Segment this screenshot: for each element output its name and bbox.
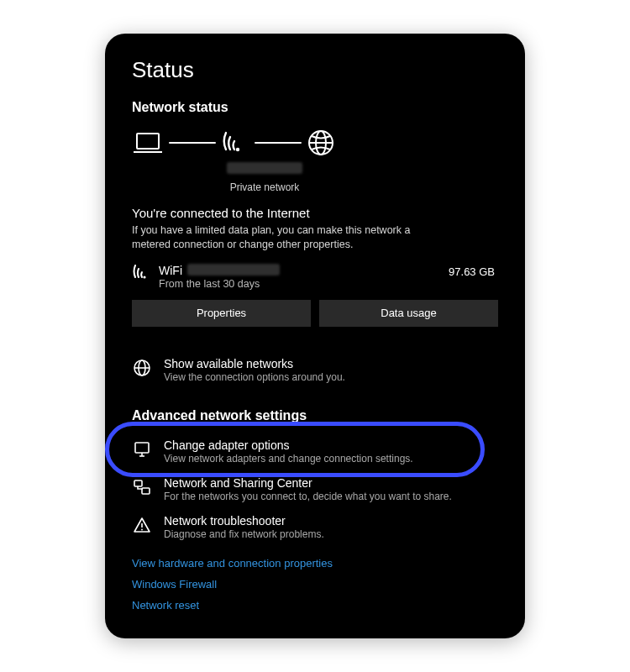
link-network-reset[interactable]: Network reset [132, 599, 498, 612]
network-type-label: Private network [230, 181, 300, 193]
network-name-redacted [227, 162, 302, 174]
wifi-icon [132, 264, 152, 281]
connection-kind: WiFi [159, 264, 182, 277]
svg-rect-10 [135, 443, 149, 453]
svg-point-2 [236, 148, 239, 151]
network-troubleshooter[interactable]: Network troubleshooter Diagnose and fix … [132, 511, 498, 549]
data-usage-button[interactable]: Data usage [319, 300, 498, 327]
settings-status-panel: Status Network status [105, 34, 525, 638]
properties-button[interactable]: Properties [132, 300, 311, 327]
advanced-settings-heading: Advanced network settings [132, 408, 498, 423]
connected-heading: You're connected to the Internet [132, 206, 498, 220]
network-share-icon [132, 476, 152, 496]
option-desc: For the networks you connect to, decide … [164, 491, 452, 502]
link-windows-firewall[interactable]: Windows Firewall [132, 578, 498, 591]
svg-rect-14 [142, 488, 150, 494]
wifi-signal-icon [221, 130, 249, 155]
network-status-heading: Network status [132, 100, 498, 115]
option-title: Network and Sharing Center [164, 476, 452, 490]
option-desc: View network adapters and change connect… [164, 453, 413, 465]
globe-icon [307, 129, 335, 157]
option-desc: Diagnose and fix network problems. [164, 528, 324, 540]
option-title: Change adapter options [164, 438, 413, 452]
data-usage-value: 97.63 GB [449, 264, 498, 278]
diagram-caption: Private network [132, 162, 417, 194]
diagram-connector [169, 142, 216, 144]
connected-description: If you have a limited data plan, you can… [132, 223, 417, 252]
globe-small-icon [132, 357, 152, 377]
link-hardware-properties[interactable]: View hardware and connection properties [132, 557, 498, 570]
svg-rect-13 [134, 480, 142, 486]
show-available-networks[interactable]: Show available networks View the connect… [132, 354, 498, 391]
svg-rect-0 [137, 134, 159, 149]
diagram-connector [255, 142, 302, 144]
option-title: Network troubleshooter [164, 514, 324, 528]
network-topology-diagram [132, 129, 498, 157]
change-adapter-options[interactable]: Change adapter options View network adap… [132, 435, 498, 473]
page-title: Status [132, 57, 498, 83]
svg-point-16 [141, 528, 143, 530]
connection-period: From the last 30 days [159, 278, 442, 290]
network-sharing-center[interactable]: Network and Sharing Center For the netwo… [132, 473, 498, 511]
option-desc: View the connection options around you. [164, 371, 345, 383]
laptop-icon [132, 130, 164, 155]
option-title: Show available networks [164, 357, 345, 370]
svg-point-6 [143, 276, 145, 278]
warning-triangle-icon [132, 514, 152, 534]
monitor-icon [132, 438, 152, 459]
connection-name-redacted [187, 264, 280, 276]
